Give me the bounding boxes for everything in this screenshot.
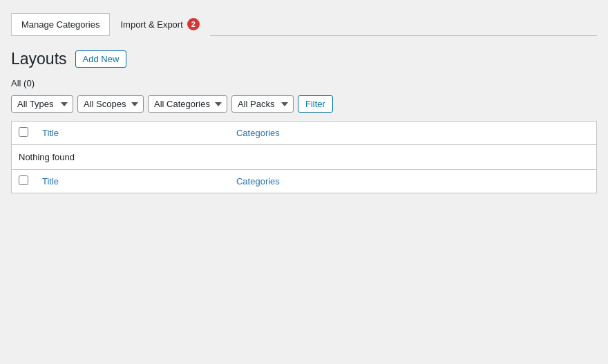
table-foot: Title Categories: [12, 170, 597, 193]
page-wrapper: Manage Categories Import & Export 2 Layo…: [0, 0, 608, 364]
tab-import-export-badge: 2: [187, 18, 200, 30]
filter-all-packs[interactable]: All Packs: [231, 95, 294, 113]
col-header-title[interactable]: Title: [35, 122, 229, 145]
filter-bar: All Types All Scopes All Categories All …: [11, 95, 597, 113]
section-heading: Layouts Add New: [11, 50, 597, 68]
count-label: All: [11, 78, 21, 88]
layouts-table: Title Categories Nothing found Title: [11, 121, 597, 193]
filter-button[interactable]: Filter: [298, 95, 333, 113]
empty-message: Nothing found: [12, 145, 597, 170]
add-new-button[interactable]: Add New: [75, 50, 127, 68]
page-title: Layouts: [11, 50, 67, 68]
empty-row: Nothing found: [12, 145, 597, 170]
tab-manage-categories[interactable]: Manage Categories: [11, 13, 110, 35]
count-line: All (0): [11, 78, 597, 88]
filter-all-types[interactable]: All Types: [11, 95, 73, 113]
table-body: Nothing found: [12, 145, 597, 170]
count-value: (0): [23, 78, 35, 88]
table-head: Title Categories: [12, 122, 597, 145]
col-header-categories[interactable]: Categories: [229, 122, 597, 145]
table-head-row: Title Categories: [12, 122, 597, 145]
tab-import-export-label: Import & Export: [120, 19, 182, 30]
tabs-bar: Manage Categories Import & Export 2: [11, 11, 597, 36]
tab-import-export[interactable]: Import & Export 2: [110, 12, 209, 36]
select-all-footer-checkbox[interactable]: [19, 175, 28, 185]
select-all-checkbox[interactable]: [19, 127, 28, 137]
col-header-checkbox: [12, 122, 36, 145]
col-footer-checkbox: [12, 170, 36, 193]
table-foot-row: Title Categories: [12, 170, 597, 193]
col-footer-title[interactable]: Title: [35, 170, 229, 193]
tab-manage-categories-label: Manage Categories: [21, 19, 99, 30]
filter-all-scopes[interactable]: All Scopes: [77, 95, 144, 113]
col-footer-categories[interactable]: Categories: [229, 170, 597, 193]
filter-all-categories[interactable]: All Categories: [148, 95, 227, 113]
